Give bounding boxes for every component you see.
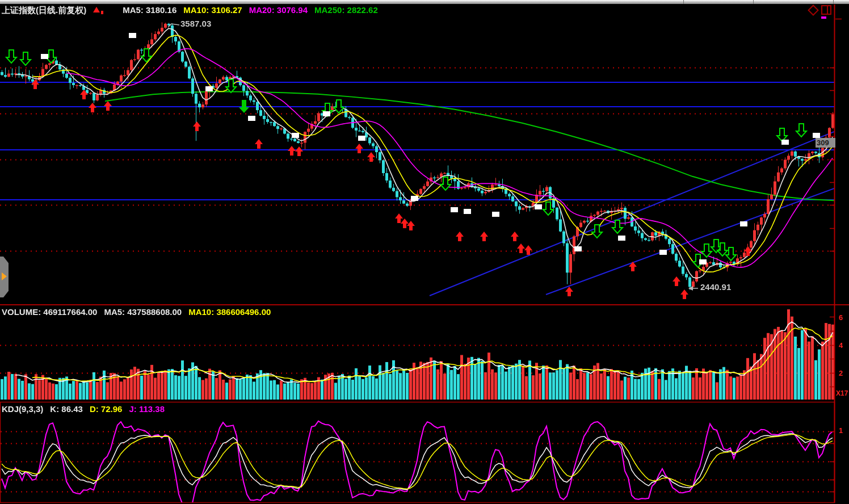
kdj-d-value: D: 72.96 <box>90 404 123 414</box>
volume-ma10-value: MA10: 386606496.00 <box>188 307 271 317</box>
kdj-axis-label-100: 1 <box>839 426 843 435</box>
volume-header: VOLUME: 469117664.00MA5: 437588608.00MA1… <box>2 307 278 317</box>
ma10-value: MA10: 3106.27 <box>183 5 242 15</box>
trading-app-window: 上证指数(日线.前复权)MA5: 3180.16MA10: 3106.27MA2… <box>0 0 849 504</box>
index-title: 上证指数(日线.前复权) <box>2 5 86 15</box>
ma20-value: MA20: 3076.94 <box>249 5 308 15</box>
expand-arrow-icon <box>2 272 7 280</box>
kdj-header: KDJ(9,3,3)K: 86.43D: 72.96J: 113.38 <box>2 404 171 414</box>
split-window-icon[interactable] <box>821 5 831 15</box>
kdj-j-value: J: 113.38 <box>129 404 165 414</box>
ma5-value: MA5: 3180.16 <box>123 5 176 15</box>
up-arrow-icon <box>93 5 116 15</box>
strip-notch <box>683 0 684 4</box>
volume-axis-label-6: 6 <box>839 313 843 322</box>
volume-axis-label-2: 2 <box>839 369 843 377</box>
strip-notch <box>753 0 754 4</box>
volume-unit-label: X17 <box>836 389 848 397</box>
volume-ma5-value: MA5: 437588608.00 <box>104 307 182 317</box>
ma250-value: MA250: 2822.62 <box>314 5 378 15</box>
kdj-name: KDJ(9,3,3) <box>2 404 43 414</box>
panel-expand-handle[interactable] <box>0 257 9 297</box>
last-price-tag: 309 <box>816 138 835 148</box>
chart-canvas[interactable] <box>0 0 849 504</box>
window-top-border <box>0 0 849 4</box>
low-price-annotation: 2440.91 <box>700 282 731 292</box>
indicator-dash-icon <box>821 16 826 19</box>
kdj-k-value: K: 86.43 <box>50 404 83 414</box>
strip-notch <box>833 0 834 4</box>
peak-price-annotation: 3587.03 <box>180 19 211 28</box>
main-header: 上证指数(日线.前复权)MA5: 3180.16MA10: 3106.27MA2… <box>2 5 385 16</box>
volume-value: VOLUME: 469117664.00 <box>2 307 97 317</box>
volume-axis-label-4: 4 <box>839 341 843 350</box>
